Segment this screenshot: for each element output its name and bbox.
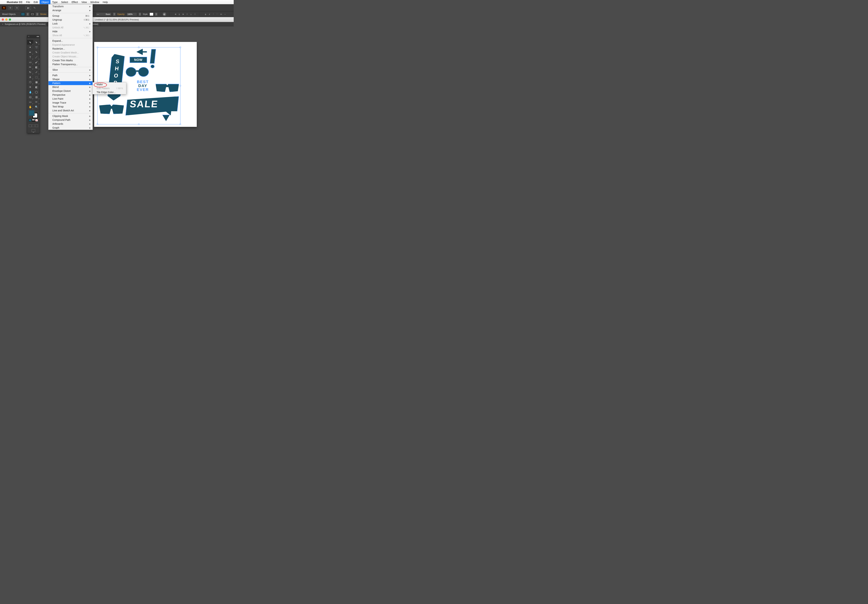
object-menu[interactable]: TransformArrangeGroup⌘GUngroup⇧⌘GLockUnl… bbox=[48, 4, 93, 130]
screen-mode-icon[interactable] bbox=[32, 129, 35, 132]
arrange-documents-button[interactable]: ▦▾ bbox=[26, 6, 31, 9]
bridge-button[interactable]: Br bbox=[9, 6, 12, 9]
pattern-submenu[interactable]: MakeEdit Pattern⇧⌘F8Tile Edge Color... bbox=[93, 82, 126, 94]
dist-v-icon[interactable]: ⫽ bbox=[208, 12, 211, 16]
style-dd[interactable]: ▾ bbox=[155, 12, 158, 16]
menu-item-graph[interactable]: Graph bbox=[48, 126, 93, 130]
stroke-swatch[interactable] bbox=[31, 12, 34, 16]
menu-item-artboards[interactable]: Artboards bbox=[48, 122, 93, 126]
doc-tab-sunglasses[interactable]: ×Sunglasses.ai @ 50% (RGB/GPU Preview) bbox=[0, 22, 48, 26]
fill-stroke-swatches[interactable] bbox=[29, 110, 38, 118]
collapse-panel-icon[interactable]: ◀◀ bbox=[36, 36, 39, 37]
submenu-item-tile-edge-color[interactable]: Tile Edge Color... bbox=[93, 90, 126, 94]
hand-tool[interactable]: ✋ bbox=[27, 104, 33, 109]
brush-definition-dropdown[interactable]: — Basic bbox=[96, 12, 112, 16]
color-mode-swatch[interactable] bbox=[29, 119, 32, 121]
selection-tool[interactable]: ⬉ bbox=[27, 40, 33, 45]
shape-builder-tool[interactable]: ⬡ bbox=[27, 79, 33, 85]
stock-button[interactable]: St bbox=[15, 6, 19, 9]
scale-tool[interactable]: ⤢ bbox=[33, 70, 40, 75]
menu-item-pattern[interactable]: Pattern bbox=[48, 81, 93, 85]
menu-item-compound-path[interactable]: Compound Path bbox=[48, 118, 93, 122]
panel-grip[interactable] bbox=[27, 38, 40, 40]
menu-item-envelope-distort[interactable]: Envelope Distort bbox=[48, 89, 93, 93]
menu-app[interactable]: Illustrator CC bbox=[5, 0, 24, 4]
eraser-tool[interactable]: ◧ bbox=[33, 65, 40, 70]
artboard-tool[interactable]: ▭ bbox=[27, 99, 33, 104]
mesh-tool[interactable]: ✛ bbox=[27, 85, 33, 90]
curvature-tool[interactable]: ✎ bbox=[33, 50, 40, 55]
menu-item-blend[interactable]: Blend bbox=[48, 85, 93, 89]
menu-item-image-trace[interactable]: Image Trace bbox=[48, 101, 93, 105]
menu-file[interactable]: File bbox=[24, 0, 32, 4]
close-tab-icon[interactable]: × bbox=[2, 23, 3, 25]
menu-object[interactable]: Object bbox=[40, 0, 50, 4]
align-top-icon[interactable]: ⫯ bbox=[186, 12, 189, 16]
dist-space-v-icon[interactable]: ⋯ bbox=[215, 12, 219, 16]
menu-item-live-paint[interactable]: Live Paint bbox=[48, 97, 93, 101]
menu-item-transform[interactable]: Transform bbox=[48, 5, 93, 8]
gpu-preview-icon[interactable]: ✎ bbox=[33, 6, 36, 9]
blend-tool[interactable]: ◯ bbox=[33, 90, 40, 95]
sel-handle-mr[interactable] bbox=[180, 85, 181, 86]
align-left-icon[interactable]: ⫷ bbox=[174, 12, 177, 16]
menu-item-line-and-sketch-art[interactable]: Line and Sketch Art bbox=[48, 109, 93, 112]
menu-item-create-trim-marks[interactable]: Create Trim Marks bbox=[48, 59, 93, 62]
dist-space-h-icon[interactable]: ⋮ bbox=[212, 12, 215, 16]
window-close-button[interactable] bbox=[2, 19, 4, 20]
draw-normal-icon[interactable] bbox=[29, 124, 32, 127]
align-bottom-icon[interactable]: ⫱ bbox=[194, 12, 197, 16]
menu-view[interactable]: View bbox=[80, 0, 88, 4]
menu-item-path[interactable]: Path bbox=[48, 73, 93, 77]
align-hcenter-icon[interactable]: ⫿ bbox=[178, 12, 181, 16]
stroke-swatch-dd[interactable]: ▾ bbox=[36, 12, 39, 16]
symbol-sprayer-tool[interactable]: 🗯 bbox=[27, 95, 33, 99]
fill-swatch-dd[interactable]: ▾ bbox=[26, 12, 29, 16]
close-panel-icon[interactable]: × bbox=[28, 36, 29, 37]
menu-item-text-wrap[interactable]: Text Wrap bbox=[48, 105, 93, 109]
menu-select[interactable]: Select bbox=[59, 0, 70, 4]
slice-tool[interactable]: ✂ bbox=[33, 99, 40, 104]
perspective-grid-tool[interactable]: ▦ bbox=[33, 79, 40, 85]
align-to-icon[interactable]: ▫ bbox=[223, 12, 226, 16]
draw-inside-icon[interactable] bbox=[35, 124, 38, 127]
illustrator-logo-icon[interactable]: Ai bbox=[2, 6, 6, 9]
eyedropper-tool[interactable]: 💧 bbox=[27, 90, 33, 95]
menu-item-arrange[interactable]: Arrange bbox=[48, 8, 93, 12]
style-swatch[interactable] bbox=[150, 12, 153, 16]
rectangle-tool[interactable]: ▭ bbox=[27, 60, 33, 65]
menu-item-rasterize[interactable]: Rasterize... bbox=[48, 47, 93, 51]
sel-handle-tl[interactable] bbox=[97, 47, 98, 48]
gradient-tool[interactable]: ◧ bbox=[33, 85, 40, 90]
opacity-dd[interactable]: ▾ bbox=[138, 12, 141, 16]
lasso-tool[interactable]: ➰ bbox=[33, 45, 40, 50]
fill-color-swatch[interactable] bbox=[29, 110, 34, 116]
magic-wand-tool[interactable]: ✦ bbox=[27, 45, 33, 50]
sel-handle-br[interactable] bbox=[180, 124, 181, 125]
direct-selection-tool[interactable]: ⬊ bbox=[33, 40, 40, 45]
dist-h-icon[interactable]: ⫼ bbox=[204, 12, 207, 16]
none-mode-swatch[interactable] bbox=[35, 119, 38, 121]
menu-window[interactable]: Window bbox=[88, 0, 101, 4]
submenu-item-make[interactable]: Make bbox=[93, 82, 126, 86]
menu-type[interactable]: Type bbox=[50, 0, 59, 4]
menu-item-group[interactable]: Group⌘G bbox=[48, 14, 93, 18]
pen-tool[interactable]: ✒ bbox=[27, 50, 33, 55]
width-tool[interactable]: ⋔ bbox=[27, 75, 33, 79]
tools-panel[interactable]: × ◀◀ ⬉ ⬊ ✦ ➰ ✒ ✎ T ／ ▭ 🖌 ✏ ◧ ↻ ⤢ ⋔ ⬚ ⬡ ▦… bbox=[27, 35, 40, 133]
line-segment-tool[interactable]: ／ bbox=[33, 55, 40, 60]
menu-item-flatten-transparency[interactable]: Flatten Transparency... bbox=[48, 62, 93, 66]
menu-edit[interactable]: Edit bbox=[32, 0, 40, 4]
menu-item-clipping-mask[interactable]: Clipping Mask bbox=[48, 114, 93, 118]
column-graph-tool[interactable]: ▥ bbox=[33, 95, 40, 99]
window-zoom-button[interactable] bbox=[9, 19, 11, 20]
menu-item-expand[interactable]: Expand... bbox=[48, 39, 93, 43]
menu-item-shape[interactable]: Shape bbox=[48, 77, 93, 81]
type-tool[interactable]: T bbox=[27, 55, 33, 60]
draw-behind-icon[interactable] bbox=[32, 124, 35, 127]
sel-handle-bl[interactable] bbox=[97, 124, 98, 125]
align-vcenter-icon[interactable]: ⫰ bbox=[189, 12, 193, 16]
menu-effect[interactable]: Effect bbox=[70, 0, 80, 4]
sel-handle-bc[interactable] bbox=[138, 124, 140, 125]
window-minimize-button[interactable] bbox=[5, 19, 8, 20]
